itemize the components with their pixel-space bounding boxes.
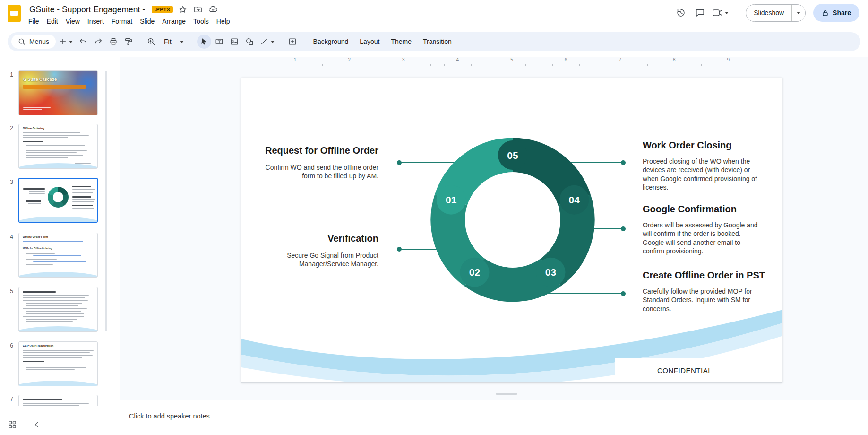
- slideshow-label: Slideshow: [746, 5, 791, 21]
- slide-thumbnail-4[interactable]: Offline Order Form MOPs for Offline Orde…: [18, 233, 98, 278]
- paint-format-button[interactable]: [121, 35, 136, 49]
- toolbar: Menus Fit: [8, 32, 860, 51]
- svg-text:03: 03: [545, 267, 556, 278]
- thumbnail-donut: [48, 187, 69, 208]
- step-title-create-offline-order[interactable]: Create Offline Order in PST: [643, 270, 765, 281]
- select-tool-button[interactable]: [197, 35, 211, 49]
- collapse-filmstrip-icon[interactable]: [31, 419, 43, 430]
- donut-step-04: 04: [559, 185, 589, 215]
- speaker-notes[interactable]: Click to add speaker notes: [120, 400, 868, 435]
- slides-logo[interactable]: [8, 5, 21, 22]
- redo-icon: [94, 37, 103, 46]
- filmstrip-scroll-area[interactable]: 1 G Suite Cascade 2 Offline Ordering: [0, 57, 120, 406]
- slide-thumbnail-6[interactable]: CGP User Reactivation: [18, 341, 98, 386]
- undo-button[interactable]: [76, 35, 90, 49]
- step-title-work-order-closing[interactable]: Work Order Closing: [643, 140, 732, 151]
- new-slide-button[interactable]: [57, 35, 75, 49]
- text-box-button[interactable]: [212, 35, 226, 49]
- step-title-verification[interactable]: Verification: [327, 233, 378, 244]
- slide-canvas[interactable]: 01 02 03 04 05: [241, 78, 782, 383]
- slide-number-4: 4: [4, 234, 13, 240]
- menu-bar: File Edit View Insert Format Slide Arran…: [25, 16, 234, 27]
- menu-tools[interactable]: Tools: [189, 16, 213, 27]
- donut-step-03: 03: [536, 258, 566, 287]
- insert-image-button[interactable]: [227, 35, 241, 49]
- thumbnail-1-title: G Suite Cascade: [23, 77, 57, 82]
- transition-button[interactable]: Transition: [418, 35, 457, 49]
- menu-view[interactable]: View: [62, 16, 84, 27]
- header-actions: Slideshow Share: [671, 3, 859, 22]
- slide-thumbnail-7[interactable]: [18, 395, 98, 406]
- menu-edit[interactable]: Edit: [43, 16, 62, 27]
- step-desc-request-offline-order[interactable]: Confirm WO and send the offline order fo…: [259, 163, 378, 181]
- thumbnail-1-subtitle-band: [23, 85, 86, 89]
- layout-button[interactable]: Layout: [354, 35, 385, 49]
- zoom-in-icon: [147, 37, 155, 46]
- share-button[interactable]: Share: [813, 4, 859, 22]
- donut-step-05: 05: [498, 140, 527, 170]
- image-icon: [230, 37, 239, 46]
- menu-arrange[interactable]: Arrange: [158, 16, 189, 27]
- thumbnail-wave: [18, 326, 98, 332]
- thumbnail-2-title: Offline Ordering: [23, 127, 44, 130]
- menu-insert[interactable]: Insert: [84, 16, 108, 27]
- lock-icon: [822, 9, 829, 17]
- zoom-button[interactable]: [144, 35, 158, 49]
- version-history-icon[interactable]: [671, 3, 690, 22]
- slide-thumbnail-1[interactable]: G Suite Cascade: [18, 70, 98, 115]
- insert-line-button[interactable]: [258, 35, 277, 49]
- search-menus-button[interactable]: Menus: [11, 35, 56, 49]
- move-folder-icon[interactable]: [193, 4, 203, 15]
- google-slides-app: GSuite - Support Engagement - .PPTX File…: [0, 0, 868, 435]
- star-icon[interactable]: [178, 4, 188, 15]
- cloud-status-icon[interactable]: [208, 4, 218, 15]
- plus-icon: [59, 38, 67, 45]
- speaker-notes-placeholder: Click to add speaker notes: [129, 412, 210, 420]
- zoom-select[interactable]: Fit: [159, 35, 189, 49]
- theme-button[interactable]: Theme: [386, 35, 417, 49]
- thumbnail-6-title: CGP User Reactivation: [23, 344, 53, 347]
- document-title[interactable]: GSuite - Support Engagement -: [27, 4, 147, 15]
- search-icon: [18, 38, 26, 45]
- filmstrip-footer: [0, 406, 120, 435]
- thumbnail-wave: [18, 381, 98, 386]
- confidential-footer[interactable]: CONFIDENTIAL: [615, 358, 755, 383]
- print-button[interactable]: [106, 35, 120, 49]
- background-button[interactable]: Background: [308, 35, 354, 49]
- menu-format[interactable]: Format: [108, 16, 136, 27]
- slide-thumbnail-3-selected[interactable]: [18, 178, 98, 223]
- slideshow-button[interactable]: Slideshow: [746, 4, 806, 22]
- paint-roller-icon: [124, 37, 133, 46]
- menu-help[interactable]: Help: [213, 16, 234, 27]
- filmstrip-panel: 1 G Suite Cascade 2 Offline Ordering: [0, 57, 120, 435]
- slide-number-3: 3: [4, 179, 13, 185]
- menu-file[interactable]: File: [25, 16, 43, 27]
- notes-resize-handle[interactable]: [496, 393, 517, 395]
- svg-text:02: 02: [469, 267, 480, 278]
- comment-icon[interactable]: [690, 3, 709, 22]
- line-icon: [260, 37, 268, 46]
- step-desc-google-confirmation[interactable]: Orders will be assessed by Google and wi…: [643, 221, 761, 256]
- slideshow-options-button[interactable]: [791, 5, 805, 21]
- step-desc-work-order-closing[interactable]: Proceed closing of the WO when the devic…: [643, 157, 761, 192]
- step-title-google-confirmation[interactable]: Google Confirmation: [643, 204, 737, 215]
- meet-button[interactable]: [709, 8, 731, 18]
- step-desc-create-offline-order[interactable]: Carefully follow the provided MOP for St…: [643, 287, 761, 313]
- donut-step-02: 02: [460, 258, 490, 287]
- slide-thumbnail-2[interactable]: Offline Ordering: [18, 124, 98, 169]
- pptx-badge: .PPTX: [152, 6, 173, 13]
- grid-view-icon[interactable]: [7, 419, 18, 430]
- svg-text:04: 04: [569, 194, 580, 205]
- filmstrip-scrollbar[interactable]: [105, 71, 107, 331]
- insert-placeholder-button[interactable]: [285, 35, 300, 49]
- menus-label: Menus: [29, 38, 49, 45]
- menu-slide[interactable]: Slide: [136, 16, 158, 27]
- zoom-value: Fit: [164, 38, 172, 45]
- step-desc-verification[interactable]: Secure Go Signal from Product Manager/Se…: [277, 251, 378, 269]
- plus-box-icon: [288, 37, 297, 46]
- cursor-icon: [200, 37, 208, 46]
- insert-shape-button[interactable]: [242, 35, 257, 49]
- slide-thumbnail-5[interactable]: [18, 287, 98, 332]
- redo-button[interactable]: [91, 35, 105, 49]
- step-title-request-offline-order[interactable]: Request for Offline Order: [265, 145, 378, 156]
